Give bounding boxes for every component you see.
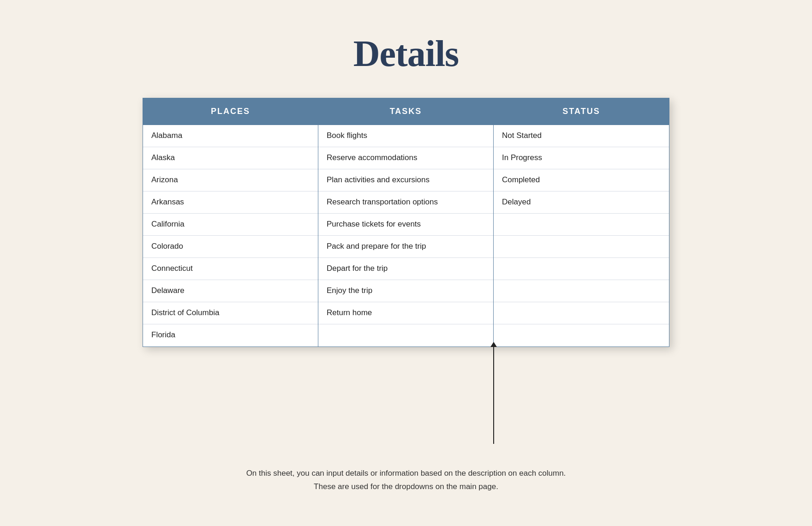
description-line2: These are used for the dropdowns on the … [246, 480, 566, 494]
details-table: PLACES Alabama Alaska Arizona Arkansas C… [143, 98, 669, 347]
list-item: Depart for the trip [318, 258, 493, 280]
list-item: Arkansas [143, 191, 318, 214]
status-column: STATUS Not Started In Progress Completed… [494, 98, 669, 347]
page-title: Details [353, 33, 459, 75]
list-item: Florida [143, 324, 318, 347]
list-item [494, 258, 669, 280]
arrow-head-icon [490, 342, 497, 347]
list-item [494, 214, 669, 236]
list-item: Connecticut [143, 258, 318, 280]
list-item: Pack and prepare for the trip [318, 236, 493, 258]
list-item [494, 280, 669, 302]
places-header: PLACES [143, 98, 318, 125]
places-column: PLACES Alabama Alaska Arizona Arkansas C… [143, 98, 318, 347]
list-item: Reserve accommodations [318, 147, 493, 169]
list-item: Alabama [143, 125, 318, 147]
page-content: Details PLACES Alabama Alaska Arizona Ar… [143, 33, 669, 494]
list-item [494, 302, 669, 324]
list-item: Colorado [143, 236, 318, 258]
arrow-line [493, 347, 494, 444]
list-item: Book flights [318, 125, 493, 147]
description-text: On this sheet, you can input details or … [246, 467, 566, 494]
list-item: Return home [318, 302, 493, 324]
tasks-column: TASKS Book flights Reserve accommodation… [318, 98, 494, 347]
list-item: Enjoy the trip [318, 280, 493, 302]
list-item: Delaware [143, 280, 318, 302]
list-item: Arizona [143, 169, 318, 191]
list-item: Alaska [143, 147, 318, 169]
list-item: Plan activities and excursions [318, 169, 493, 191]
list-item [318, 324, 493, 347]
list-item: In Progress [494, 147, 669, 169]
list-item [494, 236, 669, 258]
list-item: Research transportation options [318, 191, 493, 214]
list-item: Completed [494, 169, 669, 191]
description-line1: On this sheet, you can input details or … [246, 467, 566, 480]
list-item: Delayed [494, 191, 669, 214]
status-header: STATUS [494, 98, 669, 125]
list-item: California [143, 214, 318, 236]
list-item: District of Columbia [143, 302, 318, 324]
arrow-container [493, 347, 494, 444]
list-item: Not Started [494, 125, 669, 147]
list-item: Purchase tickets for events [318, 214, 493, 236]
tasks-header: TASKS [318, 98, 493, 125]
list-item [494, 324, 669, 347]
